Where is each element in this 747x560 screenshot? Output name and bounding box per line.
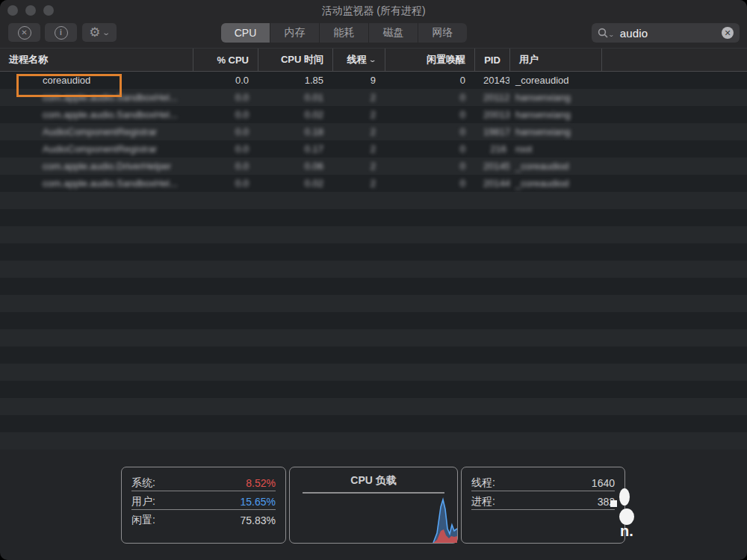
- tab-disk[interactable]: 磁盘: [369, 23, 418, 43]
- cell-name: com.apple.audio.SandboxHel...: [0, 178, 193, 189]
- cell-pid: 20013: [474, 109, 509, 120]
- cell-cpu: 0.0: [193, 178, 258, 189]
- stat-label: 用户:: [131, 495, 155, 508]
- cell-time: 0.18: [258, 126, 332, 137]
- stat-label: 系统:: [131, 476, 155, 490]
- column-header-user[interactable]: 用户: [509, 49, 602, 71]
- table-row[interactable]: com.apple.audio.SandboxHel...0.00.022020…: [0, 175, 747, 192]
- cell-threads: 2: [332, 109, 385, 120]
- column-header-cpu[interactable]: % CPU: [193, 49, 258, 71]
- cell-pid: 20143: [474, 75, 509, 86]
- table-row[interactable]: AudioComponentRegistrar0.00.182019817han…: [0, 123, 747, 140]
- search-scope-chevron-icon[interactable]: ⌄: [608, 31, 615, 38]
- inspect-process-button[interactable]: i: [45, 23, 77, 42]
- empty-row: [0, 381, 747, 398]
- column-header-threads-label: 线程: [347, 53, 366, 66]
- stat-value: 8.52%: [246, 477, 276, 489]
- cell-threads: 9: [332, 75, 385, 86]
- stat-value: 1640: [592, 477, 615, 489]
- cell-pid: 216: [474, 143, 509, 155]
- quit-process-button[interactable]: ✕: [8, 23, 40, 42]
- cell-threads: 2: [332, 161, 385, 172]
- cpu-load-graph: [290, 466, 457, 543]
- cell-user: root: [509, 143, 602, 155]
- cell-time: 0.17: [258, 143, 332, 155]
- cell-pid: 20144: [474, 178, 509, 189]
- gear-icon: ⚙: [89, 25, 100, 40]
- tab-cpu[interactable]: CPU: [221, 23, 270, 43]
- watermark-text: n.: [620, 523, 633, 540]
- cell-cpu: 0.0: [193, 143, 258, 155]
- stat-label: 闲置:: [131, 514, 155, 527]
- cell-pid: 20145: [474, 161, 509, 172]
- empty-row: [0, 329, 747, 346]
- cell-name: AudioComponentRegistrar: [0, 126, 193, 137]
- titlebar: 活动监视器 (所有进程) ✕ i ⚙ ⌄ CPU 内存 能耗 磁盘 网络 ⌄ a…: [0, 0, 747, 49]
- empty-row: [0, 295, 747, 312]
- cell-idle: 0: [385, 161, 474, 172]
- cell-user: _coreaudiod: [509, 161, 602, 172]
- cell-idle: 0: [385, 143, 474, 155]
- process-counts-box: 线程: 1640 进程: 382: [461, 467, 625, 544]
- stat-row-processes: 进程: 382: [471, 491, 615, 510]
- cell-cpu: 0.0: [193, 75, 258, 86]
- tab-energy[interactable]: 能耗: [320, 23, 369, 43]
- cell-idle: 0: [385, 178, 474, 189]
- cell-user: hansenxiang: [509, 92, 602, 103]
- empty-row: [0, 346, 747, 364]
- column-header-filler: [602, 49, 747, 71]
- info-icon: i: [55, 26, 68, 40]
- column-header-idlewake[interactable]: 闲置唤醒: [385, 49, 474, 71]
- stat-row-user: 用户: 15.65%: [131, 491, 276, 510]
- cell-user: _coreaudiod: [509, 178, 602, 189]
- sort-chevron-icon: ⌄: [369, 56, 377, 63]
- table-row[interactable]: com.apple.audio.SandboxHel...0.00.022020…: [0, 106, 747, 123]
- cell-threads: 2: [332, 126, 385, 137]
- stat-label: 线程:: [471, 476, 495, 490]
- cell-name: AudioComponentRegistrar: [0, 143, 193, 155]
- cell-time: 0.06: [258, 161, 332, 172]
- column-header-cputime[interactable]: CPU 时间: [258, 49, 332, 71]
- cell-name: com.apple.audio.SandboxHel...: [0, 109, 193, 120]
- column-header-pid[interactable]: PID: [474, 49, 509, 71]
- search-input-value[interactable]: audio: [620, 27, 722, 40]
- cell-threads: 2: [332, 143, 385, 155]
- resource-tabs: CPU 内存 能耗 磁盘 网络: [221, 23, 467, 43]
- watermark-shape: [610, 500, 617, 507]
- tab-memory[interactable]: 内存: [270, 23, 320, 43]
- cell-pid: 19817: [474, 126, 509, 137]
- watermark-shape: [619, 488, 630, 505]
- quit-process-icon: ✕: [18, 26, 31, 40]
- cpu-load-box: CPU 负载: [289, 467, 458, 544]
- cell-idle: 0: [385, 126, 474, 137]
- tab-network[interactable]: 网络: [418, 23, 467, 43]
- cell-time: 0.02: [258, 178, 332, 189]
- window-title: 活动监视器 (所有进程): [0, 4, 747, 18]
- table-row[interactable]: AudioComponentRegistrar0.00.1720216root: [0, 140, 747, 158]
- table-header: 进程名称 % CPU CPU 时间 线程 ⌄ 闲置唤醒 PID 用户: [0, 49, 747, 72]
- cell-threads: 2: [332, 178, 385, 189]
- cell-time: 0.01: [258, 92, 332, 103]
- stat-value: 15.65%: [241, 496, 276, 508]
- cell-cpu: 0.0: [193, 126, 258, 137]
- stat-label: 进程:: [471, 495, 495, 508]
- clear-search-button[interactable]: ✕: [722, 27, 734, 39]
- column-header-threads[interactable]: 线程 ⌄: [332, 49, 385, 71]
- cell-threads: 2: [332, 92, 385, 103]
- cell-user: hansenxiang: [509, 126, 602, 137]
- cell-name: com.apple.audio.DriverHelper: [0, 161, 193, 172]
- cell-cpu: 0.0: [193, 92, 258, 103]
- cell-cpu: 0.0: [193, 109, 258, 120]
- empty-row: [0, 209, 747, 226]
- table-row[interactable]: com.apple.audio.DriverHelper0.00.0620201…: [0, 158, 747, 175]
- actions-menu-button[interactable]: ⚙ ⌄: [82, 23, 117, 42]
- empty-row: [0, 278, 747, 295]
- cell-pid: 20112: [474, 92, 509, 103]
- empty-row: [0, 364, 747, 381]
- process-rows: coreaudiod0.01.859020143_coreaudiodcom.a…: [0, 72, 747, 457]
- column-header-name[interactable]: 进程名称: [0, 49, 193, 71]
- highlight-annotation-box: [16, 74, 122, 97]
- search-icon: [598, 28, 608, 38]
- search-field[interactable]: ⌄ audio ✕: [592, 23, 740, 43]
- stat-row-system: 系统: 8.52%: [131, 473, 276, 491]
